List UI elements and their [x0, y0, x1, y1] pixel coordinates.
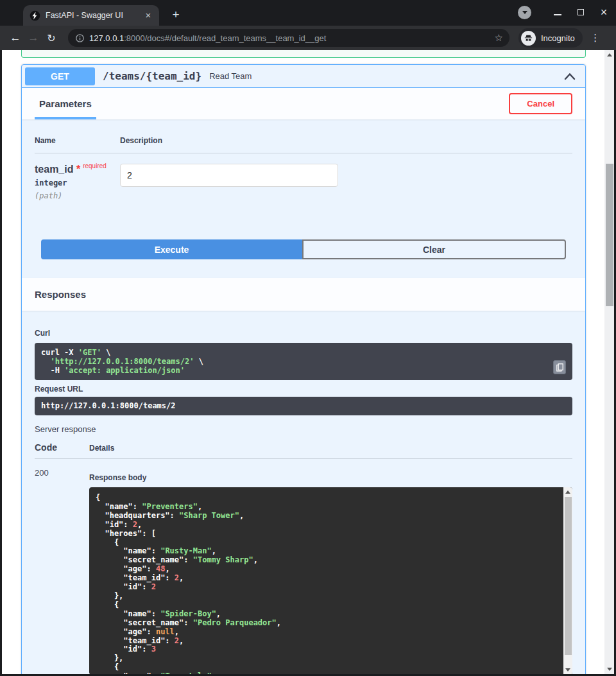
browser-tab[interactable]: FastAPI - Swagger UI ×	[23, 5, 159, 26]
navigation-bar: ← → ↻ 127.0.0.1:8000/docs#/default/read_…	[0, 26, 616, 50]
response-table-head: Code Details	[35, 442, 572, 459]
curl-command[interactable]: curl -X 'GET' \ 'http://127.0.0.1:8000/t…	[35, 343, 572, 380]
page-scroll-up-icon[interactable]	[607, 53, 612, 56]
team-id-input[interactable]	[120, 164, 338, 187]
swagger-page: GET /teams/{team_id} Read Team Parameter…	[2, 50, 614, 674]
parameters-table: Name Description team_id *required integ…	[22, 119, 585, 239]
param-value-cell	[120, 164, 338, 200]
close-button[interactable]: ×	[597, 5, 611, 19]
tab-search-icon[interactable]	[518, 6, 531, 19]
execute-button[interactable]: Execute	[41, 239, 302, 259]
copy-to-clipboard-button[interactable]	[553, 360, 566, 374]
endpoint-path: /teams/{team_id}	[103, 70, 201, 82]
reload-icon[interactable]: ↻	[42, 32, 60, 44]
responses-title: Responses	[35, 289, 86, 300]
get-opblock: GET /teams/{team_id} Read Team Parameter…	[21, 64, 586, 674]
parameters-label: Parameters	[39, 98, 92, 109]
response-row: 200 Response body { "name": "Preventers"…	[35, 459, 572, 674]
description-column-header: Description	[120, 136, 162, 145]
table-row: team_id *required integer (path)	[35, 153, 572, 200]
response-details-cell: Response body { "name": "Preventers", "h…	[89, 467, 572, 674]
browser-menu-icon[interactable]: ⋮	[589, 32, 602, 44]
method-badge: GET	[25, 67, 95, 85]
collapse-chevron-icon[interactable]	[564, 73, 576, 80]
incognito-label: Incognito	[541, 33, 575, 43]
site-info-icon[interactable]	[76, 34, 84, 42]
incognito-icon	[521, 31, 536, 46]
tab-close-icon[interactable]: ×	[142, 10, 154, 21]
maximize-button[interactable]	[574, 5, 588, 19]
browser-window: FastAPI - Swagger UI × + × ← → ↻ 127.0.0…	[0, 0, 616, 676]
response-scrollbar[interactable]	[563, 487, 572, 674]
param-name: team_id *required	[35, 164, 120, 175]
status-code: 200	[35, 467, 89, 674]
page-scrollbar-thumb[interactable]	[606, 164, 613, 306]
new-tab-button[interactable]: +	[168, 8, 184, 23]
tab-title: FastAPI - Swagger UI	[46, 11, 142, 20]
parameters-header: Parameters Cancel	[22, 88, 585, 119]
tab-parameters[interactable]: Parameters	[35, 88, 96, 119]
clear-button[interactable]: Clear	[302, 239, 566, 259]
opblock-summary[interactable]: GET /teams/{team_id} Read Team	[22, 65, 585, 88]
curl-label: Curl	[35, 329, 572, 338]
scroll-up-icon[interactable]	[565, 490, 570, 494]
response-scrollbar-thumb[interactable]	[565, 497, 572, 655]
bookmark-star-icon[interactable]: ☆	[495, 32, 503, 44]
address-bar[interactable]: 127.0.0.1:8000/docs#/default/read_team_t…	[68, 29, 509, 47]
curl-code: curl -X 'GET' \ 'http://127.0.0.1:8000/t…	[41, 348, 203, 375]
response-body-json[interactable]: { "name": "Preventers", "headquarters": …	[89, 487, 572, 674]
fastapi-favicon-icon	[30, 10, 40, 21]
forward-icon: →	[24, 31, 42, 44]
page-frame: GET /teams/{team_id} Read Team Parameter…	[0, 50, 616, 676]
required-asterisk: *	[76, 164, 80, 175]
execute-wrapper: Execute Clear	[41, 239, 566, 259]
back-icon[interactable]: ←	[6, 31, 24, 44]
incognito-badge: Incognito	[518, 28, 583, 48]
minimize-button[interactable]	[551, 5, 565, 19]
details-column-header: Details	[89, 444, 114, 453]
name-column-header: Name	[35, 136, 120, 145]
tab-bar: FastAPI - Swagger UI × + ×	[0, 0, 616, 26]
server-response-label: Server response	[35, 424, 572, 434]
scroll-down-icon[interactable]	[565, 668, 570, 672]
endpoint-summary: Read Team	[209, 71, 564, 81]
request-url-label: Request URL	[35, 385, 572, 394]
window-controls: ×	[518, 5, 611, 19]
param-type: integer	[35, 178, 120, 187]
required-label: required	[83, 162, 107, 169]
param-name-cell: team_id *required integer (path)	[35, 164, 120, 200]
response-body-block: { "name": "Preventers", "headquarters": …	[89, 487, 572, 674]
response-body-label: Response body	[89, 473, 572, 482]
responses-inner: Curl curl -X 'GET' \ 'http://127.0.0.1:8…	[22, 311, 585, 674]
post-opblock-bottom	[21, 50, 586, 58]
param-location: (path)	[35, 191, 120, 200]
cancel-button[interactable]: Cancel	[509, 93, 572, 114]
page-scroll-down-icon[interactable]	[607, 668, 612, 671]
page-scrollbar[interactable]	[604, 50, 614, 674]
url-host: 127.0.0.1	[89, 33, 124, 43]
code-column-header: Code	[35, 442, 89, 453]
url-path: :8000/docs#/default/read_team_teams__tea…	[124, 33, 326, 43]
url-text[interactable]: 127.0.0.1:8000/docs#/default/read_team_t…	[89, 33, 495, 43]
request-url-value: http://127.0.0.1:8000/teams/2	[35, 397, 572, 415]
parameters-table-head: Name Description	[35, 136, 572, 153]
responses-header: Responses	[22, 278, 585, 311]
